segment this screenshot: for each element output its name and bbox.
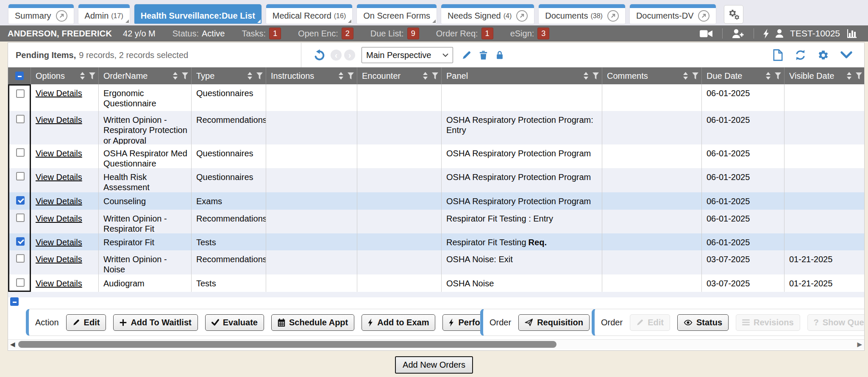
table-row-selected[interactable]: View Details Counseling Exams OSHA Respi… — [8, 192, 865, 210]
select-all-checkbox[interactable] — [15, 72, 24, 80]
filter-icon[interactable] — [774, 72, 782, 80]
due-list-badge[interactable]: 9 — [407, 28, 419, 39]
sort-icon[interactable] — [846, 71, 852, 80]
refresh-icon[interactable] — [794, 49, 807, 61]
status-button[interactable]: Status — [677, 314, 729, 331]
view-details-link[interactable]: View Details — [36, 115, 82, 125]
column-header-comments[interactable]: Comments — [602, 67, 702, 84]
scroll-left-arrow[interactable]: ◀ — [10, 341, 15, 348]
filter-icon[interactable] — [256, 72, 263, 80]
lightning-icon[interactable] — [763, 29, 770, 39]
filter-icon[interactable] — [855, 72, 862, 80]
view-details-link[interactable]: View Details — [36, 255, 82, 264]
pencil-icon[interactable] — [462, 50, 472, 60]
add-to-waitlist-button[interactable]: Add To Waitlist — [113, 314, 198, 331]
filter-icon[interactable] — [89, 72, 96, 80]
filter-icon[interactable] — [347, 72, 354, 80]
table-row[interactable]: View Details Written Opinion - Respirato… — [8, 210, 865, 233]
sort-icon[interactable] — [422, 71, 428, 80]
popout-arrow-icon[interactable] — [56, 10, 67, 22]
table-row[interactable]: View Details Health Risk Assessment Ques… — [8, 168, 865, 192]
sort-icon[interactable] — [247, 71, 253, 80]
bar-chart-icon[interactable] — [847, 28, 858, 39]
order-req-badge[interactable]: 1 — [481, 28, 493, 39]
sort-icon[interactable] — [338, 71, 344, 80]
view-details-link[interactable]: View Details — [36, 279, 82, 288]
video-camera-icon[interactable] — [700, 29, 713, 38]
popout-arrow-icon[interactable] — [607, 10, 619, 22]
view-details-link[interactable]: View Details — [36, 89, 82, 98]
table-row[interactable]: View Details Ergonomic Questionnaire Que… — [8, 84, 865, 111]
undo-icon[interactable] — [313, 49, 326, 61]
edit-button[interactable]: Edit — [66, 314, 106, 331]
tab-documents-dv[interactable]: Documents-DV — [630, 4, 716, 24]
scroll-right-arrow[interactable]: ▶ — [857, 341, 862, 348]
column-header-panel[interactable]: Panel — [442, 67, 602, 84]
row-checkbox[interactable] — [16, 115, 25, 123]
tab-admin[interactable]: Admin (17) — [78, 4, 130, 24]
new-document-icon[interactable] — [773, 49, 783, 61]
evaluate-button[interactable]: Evaluate — [205, 314, 264, 331]
show-question-button[interactable]: ? Show Question — [807, 314, 865, 331]
filter-icon[interactable] — [431, 72, 439, 80]
row-checkbox[interactable] — [16, 172, 25, 180]
column-header-type[interactable]: Type — [192, 67, 266, 84]
popout-arrow-icon[interactable] — [516, 10, 528, 22]
tasks-badge[interactable]: 1 — [269, 28, 281, 39]
view-details-link[interactable]: View Details — [36, 149, 82, 158]
row-checkbox[interactable] — [16, 237, 25, 246]
chevron-down-icon[interactable] — [840, 51, 853, 59]
add-to-exam-button[interactable]: Add to Exam — [362, 314, 435, 331]
trash-icon[interactable] — [479, 50, 488, 60]
tab-needs-signed[interactable]: Needs Signed (4) — [441, 4, 534, 24]
requisition-button[interactable]: Requisition — [518, 314, 590, 331]
revisions-button[interactable]: Revisions — [736, 314, 800, 331]
sort-icon[interactable] — [79, 71, 86, 80]
filter-icon[interactable] — [692, 72, 699, 80]
perspective-select[interactable]: Main Perspective — [362, 47, 453, 63]
tab-on-screen-forms[interactable]: On Screen Forms — [357, 4, 437, 24]
scrollbar-thumb[interactable] — [18, 341, 556, 348]
table-row[interactable]: View Details OSHA Respirator Med Questio… — [8, 144, 865, 168]
table-row-selected[interactable]: View Details Respirator Fit Tests Respir… — [8, 233, 865, 250]
sort-icon[interactable] — [682, 71, 689, 80]
row-checkbox[interactable] — [16, 148, 25, 157]
view-details-link[interactable]: View Details — [36, 172, 82, 182]
popout-arrow-icon[interactable] — [698, 10, 709, 22]
column-header-instructions[interactable]: Instructions — [266, 67, 357, 84]
column-header-visible-date[interactable]: Visible Date — [785, 67, 865, 84]
lock-icon[interactable] — [495, 50, 504, 60]
column-header-options[interactable]: Options — [31, 67, 99, 84]
sort-icon[interactable] — [765, 71, 771, 80]
row-checkbox[interactable] — [16, 254, 25, 263]
esign-badge[interactable]: 3 — [537, 28, 549, 39]
gear-icon[interactable] — [818, 50, 829, 61]
sort-icon[interactable] — [172, 71, 178, 80]
row-checkbox[interactable] — [16, 278, 25, 287]
schedule-appt-button[interactable]: Schedule Appt — [271, 314, 354, 331]
tab-documents[interactable]: Documents (38) — [539, 4, 625, 24]
horizontal-scrollbar[interactable]: ◀ ▶ — [8, 339, 865, 349]
next-icon[interactable]: › — [344, 50, 355, 61]
prev-icon[interactable]: ‹ — [331, 50, 342, 61]
tab-medical-record[interactable]: Medical Record (16) — [266, 4, 352, 24]
select-all-checkbox-bottom[interactable] — [10, 297, 19, 306]
view-details-link[interactable]: View Details — [36, 214, 82, 223]
table-row[interactable]: View Details Audiogram Tests OSHA Noise … — [8, 274, 865, 292]
open-enc-badge[interactable]: 2 — [342, 28, 353, 39]
tab-settings-button[interactable] — [724, 5, 743, 24]
column-header-encounter[interactable]: Encounter — [357, 67, 442, 84]
filter-icon[interactable] — [592, 72, 599, 80]
person-add-icon[interactable] — [732, 29, 744, 39]
table-row[interactable]: View Details Written Opinion - Respirato… — [8, 111, 865, 144]
row-checkbox[interactable] — [16, 196, 25, 205]
tab-health-surveillance-due-list[interactable]: Health Surveillance:Due List — [134, 4, 262, 24]
table-row[interactable]: View Details Written Opinion - Noise Rec… — [8, 250, 865, 274]
sort-icon[interactable] — [583, 71, 589, 80]
row-checkbox[interactable] — [16, 89, 25, 98]
column-header-due-date[interactable]: Due Date — [702, 67, 785, 84]
view-details-link[interactable]: View Details — [36, 238, 82, 247]
order-edit-button[interactable]: Edit — [630, 314, 670, 331]
row-checkbox[interactable] — [16, 213, 25, 222]
filter-icon[interactable] — [181, 72, 189, 80]
